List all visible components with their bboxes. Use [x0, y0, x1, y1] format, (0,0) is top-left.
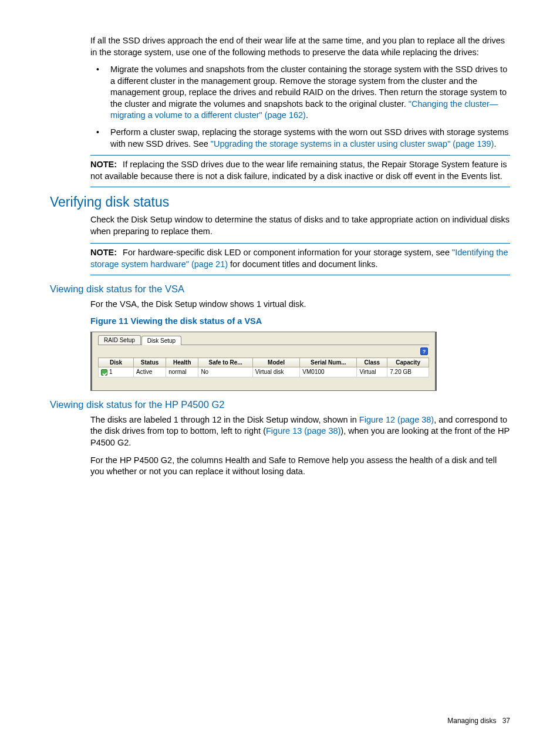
note-block: NOTE:For hardware-specific disk LED or c…: [90, 243, 510, 275]
disk-table: Disk Status Health Safe to Re... Model S…: [98, 357, 429, 377]
note-label: NOTE:: [90, 248, 117, 257]
col-status[interactable]: Status: [134, 358, 166, 367]
help-icon[interactable]: ?: [420, 347, 428, 355]
xref-link[interactable]: Figure 13 (page 38): [266, 426, 340, 436]
table-row[interactable]: 1 Active normal No Virtual disk VM0100 V…: [99, 367, 429, 377]
note-text: If replacing the SSD drives due to the w…: [90, 160, 507, 181]
footer-page: 37: [502, 717, 510, 725]
heading-vsa: Viewing disk status for the VSA: [50, 283, 510, 295]
tab-row: RAID Setup Disk Setup: [98, 335, 429, 345]
heading-verifying-disk-status: Verifying disk status: [50, 194, 510, 210]
page-footer: Managing disks 37: [447, 717, 510, 725]
heading-p4500: Viewing disk status for the HP P4500 G2: [50, 399, 510, 410]
vsa-paragraph: For the VSA, the Disk Setup window shows…: [90, 299, 510, 310]
cell-model: Virtual disk: [252, 367, 300, 377]
p4500-paragraph-2: For the HP P4500 G2, the columns Health …: [90, 455, 510, 478]
cell-disk: 1: [109, 369, 113, 375]
p4500-p1-pre: The disks are labeled 1 through 12 in th…: [90, 415, 359, 424]
xref-link[interactable]: Figure 12 (page 38): [359, 415, 434, 424]
tab-raid-setup[interactable]: RAID Setup: [98, 335, 141, 345]
col-capacity[interactable]: Capacity: [387, 358, 429, 367]
figure-disk-setup-vsa: RAID Setup Disk Setup ? Disk Status Heal…: [90, 332, 437, 391]
note-label: NOTE:: [90, 160, 117, 169]
col-class[interactable]: Class: [357, 358, 387, 367]
col-model[interactable]: Model: [252, 358, 300, 367]
tab-disk-setup[interactable]: Disk Setup: [141, 336, 181, 345]
list-item-after: .: [306, 110, 308, 120]
col-health[interactable]: Health: [166, 358, 198, 367]
cell-safe: No: [198, 367, 252, 377]
figure-caption: Figure 11 Viewing the disk status of a V…: [90, 316, 510, 326]
disk-ok-icon: [101, 369, 107, 376]
list-item: Migrate the volumes and snapshots from t…: [90, 64, 510, 121]
verifying-paragraph: Check the Disk Setup window to determine…: [90, 214, 510, 237]
list-item: Perform a cluster swap, replacing the st…: [90, 127, 510, 150]
cell-health: normal: [166, 367, 198, 377]
intro-paragraph: If all the SSD drives approach the end o…: [90, 35, 510, 58]
xref-link[interactable]: "Upgrading the storage systems in a clus…: [211, 139, 494, 148]
list-item-after: .: [494, 139, 496, 148]
p4500-paragraph-1: The disks are labeled 1 through 12 in th…: [90, 414, 510, 449]
cell-class: Virtual: [357, 367, 387, 377]
cell-capacity: 7.20 GB: [387, 367, 429, 377]
col-safe-to-remove[interactable]: Safe to Re...: [198, 358, 252, 367]
col-disk[interactable]: Disk: [99, 358, 134, 367]
cell-status: Active: [134, 367, 166, 377]
cell-serial: VM0100: [300, 367, 357, 377]
col-serial[interactable]: Serial Num...: [300, 358, 357, 367]
note-text-pre: For hardware-specific disk LED or compon…: [123, 248, 452, 257]
footer-section: Managing disks: [447, 717, 496, 725]
note-block: NOTE:If replacing the SSD drives due to …: [90, 155, 510, 187]
method-list: Migrate the volumes and snapshots from t…: [90, 64, 510, 150]
note-text-post: for document titles and document links.: [228, 259, 378, 269]
